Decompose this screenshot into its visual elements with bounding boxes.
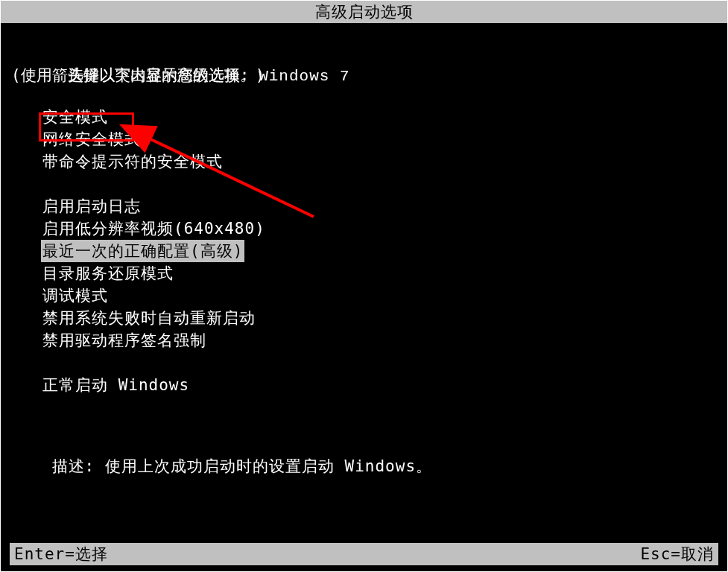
title-text: 高级启动选项	[315, 3, 414, 21]
option-disable-driver-sig[interactable]: 禁用驱动程序签名强制	[41, 329, 208, 352]
footer-enter: Enter=选择	[14, 544, 108, 565]
os-name: Windows 7	[259, 68, 349, 85]
description-row: 描述: 使用上次成功启动时的设置启动 Windows。	[11, 433, 432, 455]
option-start-normally[interactable]: 正常启动 Windows	[41, 374, 191, 396]
description-text: 使用上次成功启动时的设置启动 Windows。	[105, 457, 432, 475]
option-debug-mode[interactable]: 调试模式	[41, 285, 110, 307]
option-safe-mode[interactable]: 安全模式	[41, 106, 110, 128]
option-low-res-video[interactable]: 启用低分辨率视频(640x480)	[41, 217, 267, 240]
header-line-2: (使用箭头键以突出显示您的选择。)	[11, 64, 717, 86]
option-ds-restore[interactable]: 目录服务还原模式	[41, 262, 175, 285]
title-bar: 高级启动选项	[1, 1, 727, 23]
option-last-known-good[interactable]: 最近一次的正确配置(高级)	[41, 240, 244, 262]
description-label: 描述:	[52, 457, 105, 475]
advanced-boot-screen: 高级启动选项 选择以下内容的高级选项: Windows 7 (使用箭头键以突出显…	[0, 0, 728, 572]
footer-bar: Enter=选择 Esc=取消	[10, 543, 718, 565]
option-safe-mode-command-prompt[interactable]: 带命令提示符的安全模式	[41, 150, 224, 173]
header-line-1: 选择以下内容的高级选项: Windows 7	[11, 42, 717, 64]
option-safe-mode-networking[interactable]: 网络安全模式	[41, 128, 142, 150]
option-disable-auto-restart[interactable]: 禁用系统失败时自动重新启动	[41, 307, 257, 329]
footer-esc: Esc=取消	[640, 544, 714, 565]
option-boot-logging[interactable]: 启用启动日志	[41, 195, 142, 217]
options-list[interactable]: 安全模式 网络安全模式 带命令提示符的安全模式 启用启动日志 启用低分辨率视频(…	[11, 106, 717, 396]
